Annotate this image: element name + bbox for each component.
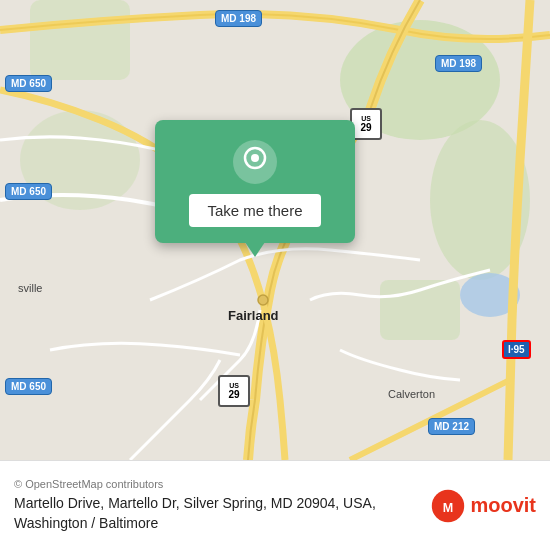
location-pin-icon (242, 146, 268, 178)
info-text: © OpenStreetMap contributors Martello Dr… (14, 478, 430, 533)
take-me-there-button[interactable]: Take me there (189, 194, 320, 227)
info-bar: © OpenStreetMap contributors Martello Dr… (0, 460, 550, 550)
moovit-text: moovit (470, 494, 536, 517)
location-icon-wrap (233, 140, 277, 184)
road-badge-md212: MD 212 (428, 418, 475, 435)
place-label-ville: sville (18, 282, 42, 294)
svg-point-6 (258, 295, 268, 305)
road-badge-us29-mid: US 29 (218, 375, 250, 407)
popup-card: Take me there (155, 120, 355, 243)
svg-text:M: M (443, 501, 454, 515)
place-label-fairland: Fairland (228, 308, 279, 323)
road-badge-i95: I·95 (502, 340, 531, 359)
moovit-logo: M moovit (430, 488, 536, 524)
svg-rect-2 (30, 0, 130, 80)
place-label-calverton: Calverton (388, 388, 435, 400)
road-badge-md650-1: MD 650 (5, 75, 52, 92)
road-badge-md198-right: MD 198 (435, 55, 482, 72)
road-badge-md650-2: MD 650 (5, 183, 52, 200)
moovit-icon: M (430, 488, 466, 524)
address-line: Martello Drive, Martello Dr, Silver Spri… (14, 494, 430, 533)
map-container: MD 198 MD 198 MD 650 MD 650 MD 650 US 29… (0, 0, 550, 460)
openstreetmap-attribution: © OpenStreetMap contributors (14, 478, 430, 490)
road-badge-md198-top: MD 198 (215, 10, 262, 27)
svg-point-8 (251, 154, 259, 162)
road-badge-md650-3: MD 650 (5, 378, 52, 395)
